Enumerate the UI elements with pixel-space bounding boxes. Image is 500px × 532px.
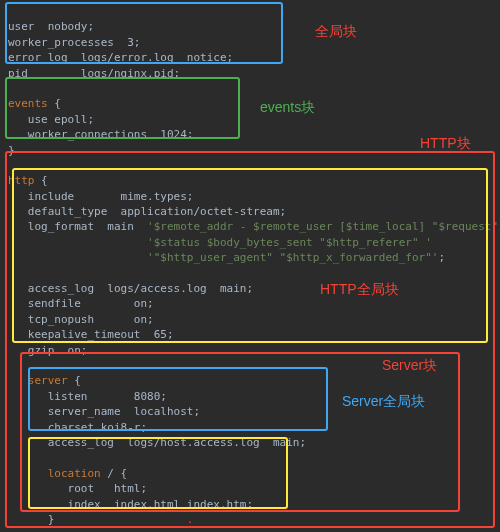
code-line: sendfile on; <box>8 297 154 310</box>
code-line: charset koi8-r; <box>8 421 147 434</box>
code-line: } . <box>8 513 193 526</box>
code-line: listen 8080; <box>8 390 167 403</box>
code-line: pid logs/nginx.pid; <box>8 67 180 80</box>
code-line: index index.html index.htm; <box>8 498 253 511</box>
code-line: error_log logs/error.log notice; <box>8 51 233 64</box>
code-line: '"$http_user_agent" "$http_x_forwarded_f… <box>8 251 445 264</box>
code-line: root html; <box>8 482 147 495</box>
code-line: keepalive_timeout 65; <box>8 328 174 341</box>
code-line: user nobody; <box>8 20 94 33</box>
nginx-config-code: user nobody; worker_processes 3; error_l… <box>0 0 500 532</box>
code-line: http { <box>8 174 48 187</box>
code-line: server_name localhost; <box>8 405 200 418</box>
code-line: worker_processes 3; <box>8 36 140 49</box>
code-line: include mime.types; <box>8 190 193 203</box>
code-line: use epoll; <box>8 113 94 126</box>
code-line: worker_connections 1024; <box>8 128 193 141</box>
code-line: '$status $body_bytes_sent "$http_referer… <box>8 236 432 249</box>
code-line: log_format main '$remote_addr - $remote_… <box>8 220 500 233</box>
code-line: gzip on; <box>8 344 87 357</box>
code-line: access_log logs/host.access.log main; <box>8 436 306 449</box>
code-line: default_type application/octet-stream; <box>8 205 286 218</box>
code-line: access_log logs/access.log main; <box>8 282 253 295</box>
code-line: server { <box>8 374 81 387</box>
code-line: events { <box>8 97 61 110</box>
code-line: tcp_nopush on; <box>8 313 154 326</box>
code-line: } <box>8 144 15 157</box>
code-line: location / { <box>8 467 127 480</box>
